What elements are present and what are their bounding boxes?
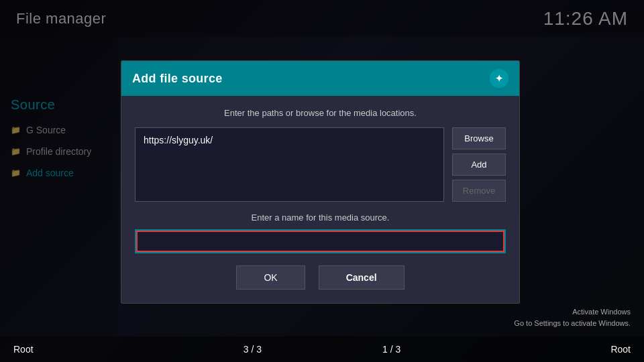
bottom-mid2: 1 / 3 [382,344,400,355]
dialog-header: Add file source ✦ [121,61,519,96]
path-textarea[interactable] [135,127,444,202]
bottom-center: 3 / 3 1 / 3 [244,344,401,355]
ok-button[interactable]: OK [236,265,305,290]
activation-notice: Activate Windows Go to Settings to activ… [514,306,631,328]
remove-button[interactable]: Remove [452,180,506,202]
activation-line1: Activate Windows [514,306,631,318]
bottom-right: Root [610,344,631,355]
dialog-instruction: Enter the paths or browse for the media … [135,108,506,118]
kodi-logo-icon: ✦ [490,69,508,88]
path-section: Browse Add Remove [135,127,506,202]
activation-line2: Go to Settings to activate Windows. [514,318,631,329]
dialog-body: Enter the paths or browse for the media … [121,96,519,303]
browse-button[interactable]: Browse [452,127,506,149]
add-button[interactable]: Add [452,154,506,176]
name-input-wrapper [135,229,506,253]
name-input-inner [136,231,504,252]
bottom-left: Root [13,344,34,355]
bottom-bar: Root 3 / 3 1 / 3 Root [0,337,644,362]
name-instruction: Enter a name for this media source. [135,213,506,223]
path-buttons: Browse Add Remove [452,127,506,202]
cancel-button[interactable]: Cancel [319,265,405,290]
dialog-title: Add file source [132,72,223,86]
bottom-mid1: 3 / 3 [244,344,262,355]
add-file-source-dialog: Add file source ✦ Enter the paths or bro… [121,60,520,304]
name-input[interactable] [136,231,504,252]
dialog-actions: OK Cancel [135,265,506,290]
